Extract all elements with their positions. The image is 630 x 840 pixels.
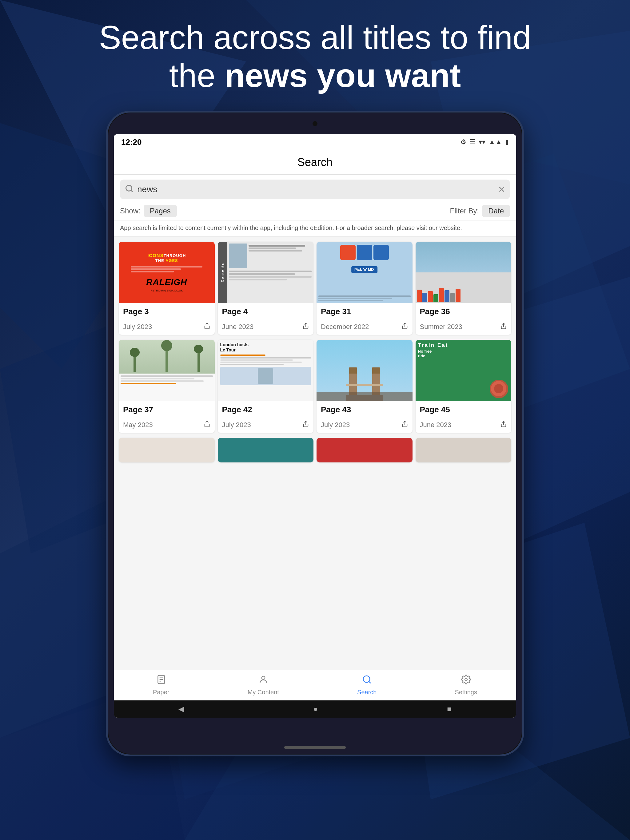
power-button[interactable]: [524, 205, 524, 229]
show-label: Show:: [120, 207, 141, 215]
battery-icon: ▮: [505, 138, 509, 146]
search-input[interactable]: news: [137, 185, 498, 194]
card-page-label: Page 3: [123, 307, 211, 316]
card-share-page36[interactable]: [500, 322, 507, 331]
card-share-page42[interactable]: [302, 421, 309, 429]
svg-point-29: [363, 676, 370, 682]
home-indicator[interactable]: [284, 746, 346, 749]
volume-down-button[interactable]: [524, 279, 524, 303]
search-clear-button[interactable]: ✕: [498, 185, 505, 195]
card-share-page4[interactable]: [302, 322, 309, 331]
card-info-page37: Page 37: [119, 401, 215, 419]
result-card-page42[interactable]: London hostsLe Tour: [218, 340, 314, 433]
bottom-navigation: Paper My Content: [114, 669, 516, 700]
partial-card-2[interactable]: [218, 438, 314, 463]
hero-line2-bold: news you want: [225, 57, 461, 94]
android-recent-button[interactable]: ■: [447, 705, 451, 713]
card-info-page31: Page 31: [317, 303, 413, 321]
result-card-page31[interactable]: Pick 'n' MIX Page 31: [317, 242, 413, 335]
nav-paper[interactable]: Paper: [153, 674, 169, 696]
filter-right: Filter By: Date: [450, 205, 510, 217]
search-icon: [125, 184, 133, 195]
card-page-label-36: Page 36: [420, 307, 507, 316]
volume-up-button[interactable]: [524, 242, 524, 266]
result-card-page37[interactable]: Page 37 May 2023: [119, 340, 215, 433]
nav-my-content[interactable]: My Content: [248, 674, 279, 696]
card-info-page4: Page 4: [218, 303, 314, 321]
tablet-screen: 12:20 ⚙ ☰ ▾▾ ▲▲ ▮ Search: [114, 134, 516, 718]
filter-by-label: Filter By:: [450, 207, 479, 215]
partial-card-3[interactable]: [317, 438, 413, 463]
card-footer-page4: June 2023: [218, 321, 314, 335]
partial-card-1[interactable]: [119, 438, 215, 463]
result-card-page3[interactable]: ICONSTHROUGHTHE AGES RALEIGH RETRO-RALEI…: [119, 242, 215, 335]
filter-row: Show: Pages Filter By: Date: [114, 202, 516, 221]
svg-line-30: [369, 681, 371, 683]
card-image-page43: [317, 340, 413, 401]
card-footer-page31: December 2022: [317, 321, 413, 335]
card-footer-page43: July 2023: [317, 419, 413, 433]
card-info-page42: Page 42: [218, 401, 314, 419]
tablet-frame: 12:20 ⚙ ☰ ▾▾ ▲▲ ▮ Search: [106, 111, 524, 756]
info-text: App search is limited to content current…: [120, 224, 462, 231]
card-page-label-37: Page 37: [123, 405, 211, 414]
card-info-page3: Page 3: [119, 303, 215, 321]
notification-status-icon: ☰: [469, 138, 476, 146]
app-content[interactable]: news ✕ Show: Pages Filter By: Date: [114, 175, 516, 669]
card-date-page4: June 2023: [222, 323, 254, 331]
nav-search[interactable]: Search: [357, 674, 377, 696]
card-date-page42: July 2023: [222, 421, 251, 429]
card-page-label-31: Page 31: [321, 307, 408, 316]
settings-nav-icon: [461, 674, 471, 687]
card-footer-page3: July 2023: [119, 321, 215, 335]
card-share-page37[interactable]: [204, 421, 211, 429]
result-card-page4[interactable]: Contents: [218, 242, 314, 335]
result-card-page43[interactable]: Page 43 July 2023: [317, 340, 413, 433]
card-image-page42: London hostsLe Tour: [218, 340, 314, 401]
partial-card-4[interactable]: [416, 438, 511, 463]
search-bar[interactable]: news ✕: [120, 180, 510, 199]
status-icons: ⚙ ☰ ▾▾ ▲▲ ▮: [460, 138, 509, 146]
android-home-button[interactable]: ●: [313, 705, 318, 713]
wifi-icon: ▾▾: [479, 138, 486, 146]
hero-line2-normal: the: [169, 57, 225, 94]
card-share-page45[interactable]: [500, 421, 507, 429]
android-back-button[interactable]: ◀: [179, 705, 184, 713]
date-filter-button[interactable]: Date: [482, 205, 510, 217]
card-share-page31[interactable]: [401, 322, 408, 331]
card-image-page45: Train Eat No freeride: [416, 340, 511, 401]
card-date-page43: July 2023: [321, 421, 350, 429]
card-footer-page42: July 2023: [218, 419, 314, 433]
android-navbar: ◀ ● ■: [114, 700, 516, 718]
result-card-page36[interactable]: Page 36 Summer 2023: [416, 242, 511, 335]
front-camera: [313, 121, 317, 126]
partial-results-row: [114, 438, 516, 467]
settings-status-icon: ⚙: [460, 138, 466, 146]
result-card-page45[interactable]: Train Eat No freeride Page 45: [416, 340, 511, 433]
tablet-container: 12:20 ⚙ ☰ ▾▾ ▲▲ ▮ Search: [106, 111, 524, 756]
card-share-page3[interactable]: [204, 322, 211, 331]
svg-line-15: [131, 190, 132, 191]
nav-paper-label: Paper: [153, 689, 169, 696]
card-image-page4: Contents: [218, 242, 314, 303]
nav-settings-label: Settings: [455, 689, 477, 696]
svg-point-28: [261, 676, 265, 679]
card-footer-page36: Summer 2023: [416, 321, 511, 335]
paper-icon: [156, 674, 166, 687]
status-bar: 12:20 ⚙ ☰ ▾▾ ▲▲ ▮: [114, 134, 516, 150]
nav-settings[interactable]: Settings: [455, 674, 477, 696]
card-info-page43: Page 43: [317, 401, 413, 419]
pages-filter-button[interactable]: Pages: [144, 205, 177, 217]
card-info-page36: Page 36: [416, 303, 511, 321]
results-grid: ICONSTHROUGHTHE AGES RALEIGH RETRO-RALEI…: [114, 237, 516, 340]
card-share-page43[interactable]: [401, 421, 408, 429]
card-date-page45: June 2023: [420, 421, 451, 429]
search-bar-wrapper[interactable]: news ✕: [114, 175, 516, 202]
filter-left: Show: Pages: [120, 205, 177, 217]
hero-section: Search across all titles to find the new…: [0, 19, 630, 95]
card-date-page37: May 2023: [123, 421, 153, 429]
hero-line1: Search across all titles to find: [99, 19, 531, 56]
card-image-page31: Pick 'n' MIX: [317, 242, 413, 303]
card-footer-page45: June 2023: [416, 419, 511, 433]
nav-search-label: Search: [357, 689, 377, 696]
